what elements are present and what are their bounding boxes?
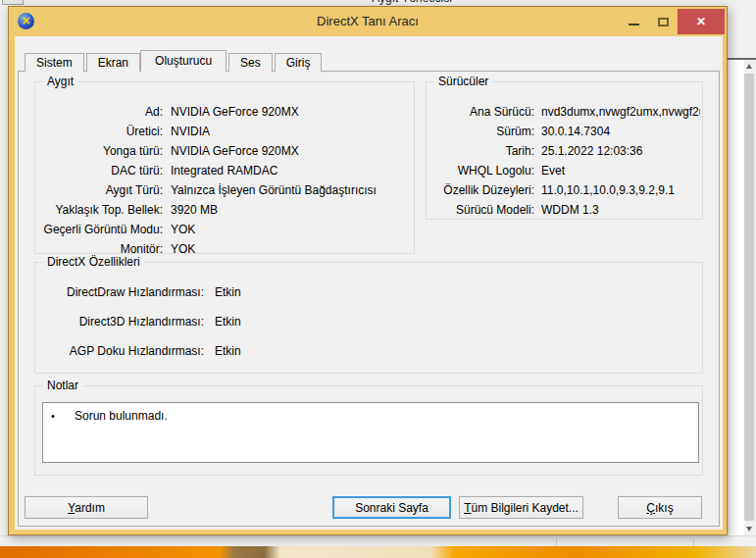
device-group-title: Aygıt [43,75,77,88]
minimize-button[interactable] [619,9,648,34]
minimize-icon [629,24,639,25]
tab-sistem[interactable]: Sistem [25,53,84,72]
close-button[interactable]: ✕ [678,9,725,34]
features-groupbox: DirectX Özellikleri DirectDraw Hızlandır… [34,262,703,374]
device-label: Ad: [35,102,163,122]
dialog-client-area: Sistem Ekran Oluşturucu Ses Giriş Aygıt … [15,36,723,530]
titlebar[interactable]: ✕ DirectX Tanı Aracı ✕ [9,7,727,36]
features-group-title: DirectX Özellikleri [43,255,144,269]
desktop-wallpaper [0,546,756,558]
notes-group-title: Notlar [43,379,82,392]
device-value: Integrated RAMDAC [171,161,410,180]
next-page-button[interactable]: Sonraki Sayfa [332,496,451,519]
background-toolbar-fragment [2,0,24,5]
driver-label: Özellik Düzeyleri: [427,180,534,200]
driver-value: nvd3dumx,nvwgf2umx,nvwgf2umx,r [541,102,700,122]
device-groupbox: Aygıt Ad:NVIDIA GeForce 920MX Üretici:NV… [34,81,415,254]
driver-value: 25.1.2022 12:03:36 [541,141,700,161]
driver-label: WHQL Logolu: [427,161,534,180]
tab-olusturucu[interactable]: Oluşturucu [140,50,227,72]
statusbar-divider [556,538,557,546]
note-text: Sorun bulunmadı. [75,409,168,423]
device-value: NVIDIA GeForce 920MX [171,102,410,122]
background-scrollbar[interactable] [744,60,754,535]
maximize-button[interactable] [648,9,678,34]
driver-label: Tarih: [427,141,534,161]
driver-value: 30.0.14.7304 [541,122,700,141]
driver-label: Sürüm: [427,122,534,141]
driver-value: WDDM 1.3 [541,200,700,220]
help-button[interactable]: Yardım [25,496,148,519]
save-all-info-button[interactable]: Tüm Bilgileri Kaydet... [459,496,583,519]
tab-ses[interactable]: Ses [228,53,273,72]
feature-label: DirectDraw Hızlandırması: [35,278,204,307]
device-label: Aygıt Türü: [35,180,163,200]
device-label: Üretici: [35,122,163,141]
device-value: NVIDIA GeForce 920MX [171,141,410,161]
tab-ekran[interactable]: Ekran [86,53,140,72]
tab-giris[interactable]: Giriş [275,53,323,72]
driver-label: Sürücü Modeli: [427,200,534,220]
device-value: NVIDIA [171,122,410,141]
maximize-icon [658,18,669,26]
dxdiag-window: ✕ DirectX Tanı Aracı ✕ Sistem Ekran Oluş… [8,6,728,535]
feature-label: Direct3D Hızlandırması: [35,307,204,336]
bullet-icon: • [51,410,75,422]
notes-groupbox: Notlar •Sorun bulunmadı. [34,385,703,476]
tab-bar: Sistem Ekran Oluşturucu Ses Giriş [25,50,324,72]
exit-button[interactable]: Çıkış [618,496,702,519]
tab-panel: Aygıt Ad:NVIDIA GeForce 920MX Üretici:NV… [18,71,720,527]
feature-value: Etkin [215,307,698,336]
note-item: •Sorun bulunmadı. [51,409,690,423]
drivers-groupbox: Sürücüler Ana Sürücü:nvd3dumx,nvwgf2umx,… [426,81,703,220]
notes-textbox[interactable]: •Sorun bulunmadı. [42,402,699,463]
scroll-up-icon[interactable] [746,64,752,69]
scroll-down-icon[interactable] [746,527,752,532]
feature-value: Etkin [215,336,698,366]
device-value: YOK [171,220,410,239]
background-statusbar [0,535,756,546]
device-label: Yaklaşık Top. Bellek: [35,200,163,220]
driver-value: 11.0,10.1,10.0,9.3,9.2,9.1 [541,180,700,200]
background-window-content [730,60,744,535]
device-label: Geçerli Görüntü Modu: [35,220,163,239]
drivers-group-title: Sürücüler [434,75,492,88]
scrollbar-thumb[interactable] [744,74,754,521]
statusbar-divider [693,538,694,546]
driver-value: Evet [541,161,700,180]
device-label: DAC türü: [35,161,163,180]
feature-value: Etkin [215,278,698,307]
device-value: YOK [171,239,410,259]
device-value: 3920 MB [171,200,410,220]
device-value: Yalnızca İşleyen Görüntü Bağdaştırıcısı [171,180,410,200]
feature-label: AGP Doku Hızlandırması: [35,336,204,366]
device-label: Yonga türü: [35,141,163,161]
driver-label: Ana Sürücü: [427,102,534,122]
